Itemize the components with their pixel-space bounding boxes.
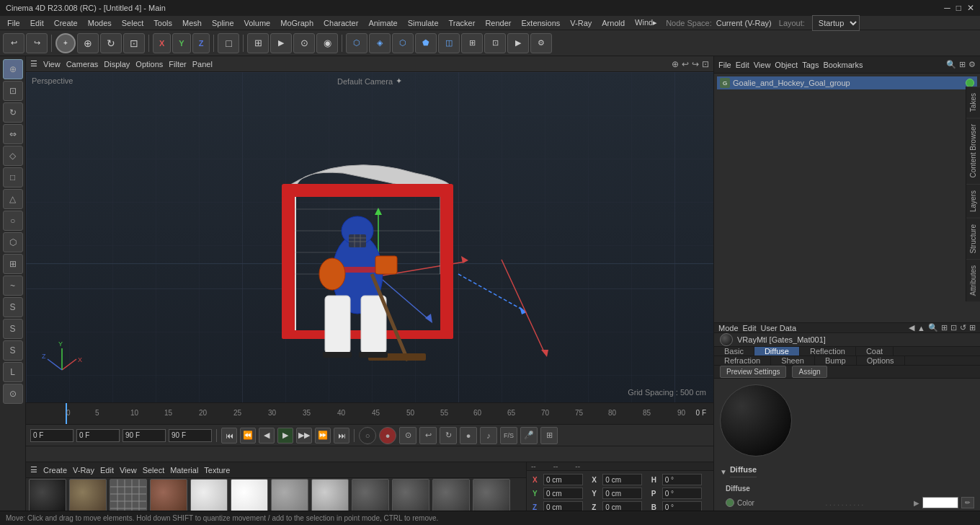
h-input[interactable] — [662, 474, 702, 485]
sidebar-tool7[interactable]: ~ — [3, 275, 23, 296]
sidebar-tool9[interactable]: S — [3, 319, 23, 339]
op-options-icon[interactable]: ⚙ — [968, 60, 976, 69]
sidebar-tool12[interactable]: ⊙ — [3, 384, 23, 404]
mat-texture-menu[interactable]: Texture — [204, 466, 230, 475]
mat-view-menu[interactable]: View — [120, 466, 137, 475]
redo-btn[interactable]: ↪ — [26, 33, 48, 53]
axis-x-btn[interactable]: X — [153, 33, 171, 53]
tab-coat[interactable]: Coat — [856, 347, 894, 356]
op-file-menu[interactable]: File — [718, 61, 731, 69]
step-fwd-btn[interactable]: ⏩ — [315, 428, 331, 444]
sidebar-move[interactable]: ⊕ — [3, 59, 23, 79]
me-color-edit-btn[interactable]: ✏ — [961, 497, 974, 508]
tab-reflection[interactable]: Reflection — [800, 347, 856, 356]
me-search-icon[interactable]: 🔍 — [928, 323, 938, 332]
vp-cameras-menu[interactable]: Cameras — [66, 60, 99, 69]
menu-edit[interactable]: Edit — [26, 17, 48, 29]
menu-mograph[interactable]: MoGraph — [276, 17, 318, 29]
snap-btn[interactable]: ⊞ — [461, 33, 483, 53]
menu-tracker[interactable]: Tracker — [445, 17, 480, 29]
axis-z-btn[interactable]: Z — [192, 33, 210, 53]
menu-character[interactable]: Character — [319, 17, 362, 29]
me-preview-settings-btn[interactable]: Preview Settings — [720, 366, 786, 378]
sidebar-scale[interactable]: ⇔ — [3, 124, 23, 144]
play-btn[interactable]: ▶ — [277, 428, 293, 444]
viewport-canvas[interactable]: X Y Z Perspective Default Camera ✦ Grid … — [26, 72, 713, 402]
me-options-icon[interactable]: ⊡ — [950, 323, 957, 332]
menu-select[interactable]: Select — [117, 17, 148, 29]
sound-btn[interactable]: ♪ — [480, 427, 497, 444]
autokey-btn[interactable]: ● — [379, 427, 396, 444]
record-video-btn[interactable]: ⊞ — [540, 427, 558, 444]
anim-btn3[interactable]: ⊙ — [293, 33, 315, 53]
subtab-options[interactable]: Options — [857, 356, 905, 365]
timeline[interactable]: 0 5 10 15 20 25 30 35 40 45 50 55 60 65 … — [26, 403, 713, 425]
me-expand-icon[interactable]: ⊞ — [969, 323, 976, 332]
window-controls[interactable]: ─ □ ✕ — [944, 3, 974, 13]
op-object-menu[interactable]: Object — [775, 61, 798, 69]
vp-menu-icon[interactable]: ☰ — [30, 59, 37, 69]
render-region[interactable]: ⊡ — [484, 33, 506, 53]
mat-menu-icon[interactable]: ☰ — [30, 465, 37, 475]
rx-input[interactable] — [602, 474, 642, 485]
vp-panel-menu[interactable]: Panel — [192, 60, 213, 69]
poly-mode[interactable]: ◈ — [369, 33, 391, 53]
render-view[interactable]: ▶ — [507, 33, 529, 53]
fps-btn[interactable]: F/S — [500, 427, 517, 444]
current-frame-input[interactable] — [76, 429, 120, 442]
select-tool[interactable]: ⊡ — [123, 33, 145, 53]
menu-volume[interactable]: Volume — [240, 17, 275, 29]
me-diffuse-collapse[interactable]: ▼ — [720, 468, 727, 476]
pingpong-btn[interactable]: ● — [460, 427, 477, 444]
me-up-btn[interactable]: ▲ — [917, 324, 925, 332]
undo-btn[interactable]: ↩ — [3, 33, 24, 53]
step-back-btn[interactable]: ⏪ — [240, 428, 256, 444]
loop-btn[interactable]: ↻ — [440, 427, 457, 444]
op-tags-menu[interactable]: Tags — [802, 61, 819, 69]
sidebar-tool1[interactable]: ◇ — [3, 146, 23, 166]
menu-tools[interactable]: Tools — [149, 17, 177, 29]
p-input[interactable] — [662, 488, 702, 499]
go-end-btn[interactable]: ⏭ — [334, 428, 349, 444]
start-frame-input[interactable] — [30, 429, 74, 442]
me-color-arrow[interactable]: ▶ — [914, 499, 919, 507]
vp-icon2[interactable]: ↩ — [682, 59, 689, 69]
sidebar-tool8[interactable]: S — [3, 297, 23, 317]
maximize-btn[interactable]: □ — [956, 3, 961, 13]
viewport[interactable]: ☰ View Cameras Display Options Filter Pa… — [26, 56, 713, 402]
menu-spline[interactable]: Spline — [208, 17, 239, 29]
menu-mesh[interactable]: Mesh — [178, 17, 206, 29]
menu-vray[interactable]: V-Ray — [566, 17, 596, 29]
mat-vray-menu[interactable]: V-Ray — [73, 466, 94, 475]
menu-create[interactable]: Create — [50, 17, 82, 29]
anim-btn4[interactable]: ◉ — [316, 33, 338, 53]
me-back-btn[interactable]: ◀ — [909, 323, 914, 332]
tab-diffuse[interactable]: Diffuse — [754, 347, 800, 356]
edge-mode[interactable]: ⬡ — [392, 33, 414, 53]
model-mode[interactable]: □ — [218, 33, 239, 53]
tab-structure[interactable]: Structure — [966, 218, 980, 260]
me-assign-btn[interactable]: Assign — [792, 366, 827, 378]
op-filter-icon[interactable]: ⊞ — [959, 60, 966, 69]
op-edit-menu[interactable]: Edit — [736, 61, 749, 69]
sidebar-tool5[interactable]: ⬡ — [3, 232, 23, 252]
menu-simulate[interactable]: Simulate — [404, 17, 443, 29]
ry-input[interactable] — [602, 488, 642, 499]
menu-render[interactable]: Render — [481, 17, 515, 29]
sidebar-tool10[interactable]: S — [3, 340, 23, 361]
minimize-btn[interactable]: ─ — [944, 3, 950, 13]
subtab-bump[interactable]: Bump — [815, 356, 857, 365]
preview-end-input[interactable] — [169, 429, 212, 442]
me-user-data-menu[interactable]: User Data — [761, 324, 797, 332]
tab-basic[interactable]: Basic — [714, 347, 754, 356]
op-search-icon[interactable]: 🔍 — [946, 60, 956, 69]
sidebar-tool4[interactable]: ○ — [3, 211, 23, 231]
menu-modes[interactable]: Modes — [84, 17, 116, 29]
sidebar-tool3[interactable]: △ — [3, 189, 23, 209]
next-key-btn[interactable]: ▶▶ — [296, 428, 312, 444]
record-btn[interactable]: ○ — [359, 427, 376, 444]
motion-btn[interactable]: ⊙ — [399, 427, 416, 444]
move-tool[interactable]: + — [55, 33, 76, 53]
me-edit-menu[interactable]: Edit — [743, 324, 757, 332]
y-input[interactable] — [543, 488, 583, 499]
